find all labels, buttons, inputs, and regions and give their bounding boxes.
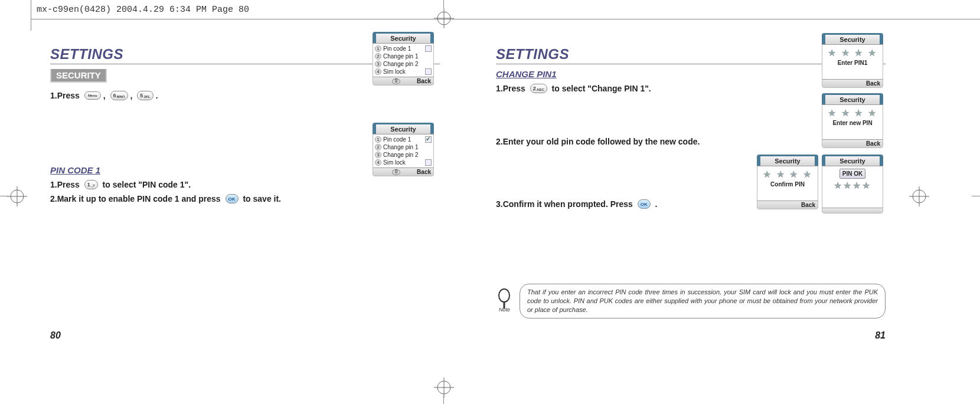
- step-text: .: [653, 199, 658, 209]
- list-item: 4Sim lock: [375, 159, 432, 166]
- phone-message: Enter new PIN: [824, 120, 881, 126]
- section-label-security: SECURITY: [50, 69, 107, 83]
- step-text: ,: [130, 91, 135, 100]
- step-text: 2.Mark it up to enable PIN code 1 and pr…: [50, 194, 223, 203]
- phone-screenshot-security-list-selected: Security 1Pin code 1 2Change pin 1 3Chan…: [373, 123, 434, 176]
- key-6-icon: 6MNO: [110, 91, 128, 100]
- key-2-icon: 2ABC: [530, 84, 547, 93]
- trim-mark: [443, 0, 444, 8]
- step-press-6-5: 1.Press Menu , 6MNO , 5JKL .: [50, 91, 440, 100]
- stars-icon: ★ ★ ★ ★: [824, 107, 881, 119]
- trim-mark: [972, 196, 980, 196]
- ok-key-icon: OK: [226, 194, 239, 203]
- phone-screenshot-pin-ok: Security PIN OK ★★★★: [822, 155, 883, 214]
- step-text: to select "PIN code 1".: [100, 180, 191, 189]
- page-80: SETTINGS SECURITY 1.Press Menu , 6MNO , …: [50, 46, 440, 341]
- note-text: That if you enter an incorrect PIN code …: [520, 284, 886, 318]
- step-text: 1.Press: [50, 180, 82, 189]
- phone-message: Confirm PIN: [759, 181, 816, 188]
- header-rule: [31, 19, 980, 19]
- phone-screenshot-enter-pin1: Security ★ ★ ★ ★ Enter PIN1 Back: [822, 33, 883, 88]
- phone-title: Security: [822, 93, 883, 105]
- svg-point-12: [499, 289, 509, 302]
- nav-updown-icon: [392, 169, 400, 175]
- softkey-back: Back: [801, 202, 815, 208]
- pin-ok-badge: PIN OK: [839, 169, 865, 179]
- menu-key-icon: Menu: [84, 91, 101, 100]
- registration-mark-icon: [7, 186, 27, 206]
- phone-title: Security: [373, 32, 434, 44]
- registration-mark-icon: [434, 377, 454, 398]
- phone-screenshot-security-list: Security 1Pin code 1 2Change pin 1 3Chan…: [373, 32, 434, 86]
- step-text: .: [156, 91, 158, 100]
- list-item: 1Pin code 1: [375, 45, 432, 52]
- key-5-icon: 5JKL: [137, 91, 153, 100]
- step-text: 1.Press: [50, 91, 82, 100]
- stars-icon: ★★★★: [825, 180, 880, 191]
- stars-icon: ★ ★ ★ ★: [759, 169, 816, 180]
- step-text: to save it.: [241, 194, 281, 203]
- phone-message: Enter PIN1: [824, 60, 881, 66]
- ok-key-icon: OK: [638, 199, 651, 209]
- phone-screenshot-confirm-pin: Security ★ ★ ★ ★ Confirm PIN Back: [757, 155, 818, 209]
- list-item: 3Change pin 2: [375, 60, 432, 68]
- magnifier-note-icon: Note: [496, 288, 512, 314]
- step-enable-pin1: 2.Mark it up to enable PIN code 1 and pr…: [50, 194, 440, 203]
- softkey-back: Back: [417, 169, 431, 175]
- registration-mark-icon: [909, 186, 929, 206]
- softkey-back: Back: [866, 140, 880, 147]
- page-number: 81: [875, 330, 886, 341]
- step-text: to select "Change PIN 1".: [550, 84, 651, 93]
- step-text: ,: [103, 91, 108, 100]
- key-1-icon: 1.,?: [84, 180, 98, 189]
- step-text: 2.Enter your old pin code followed by th…: [496, 137, 700, 146]
- nav-updown-icon: [392, 78, 400, 84]
- phone-screenshot-enter-new-pin: Security ★ ★ ★ ★ Enter new PIN Back: [822, 93, 883, 148]
- list-item: 2Change pin 1: [375, 143, 432, 151]
- print-slug: mx-c99en(0428) 2004.4.29 6:34 PM Page 80: [37, 5, 249, 15]
- softkey-back: Back: [417, 78, 431, 84]
- list-item: 2Change pin 1: [375, 52, 432, 60]
- phone-title: Security: [822, 33, 883, 45]
- page-number: 80: [50, 330, 61, 341]
- svg-text:Note: Note: [499, 307, 510, 312]
- registration-mark-icon: [434, 8, 454, 28]
- list-item: 4Sim lock: [375, 68, 432, 75]
- stars-icon: ★ ★ ★ ★: [824, 47, 881, 58]
- note: Note That if you enter an incorrect PIN …: [496, 284, 886, 318]
- step-text: 3.Confirm it when prompted. Press: [496, 199, 635, 209]
- step-select-pin1: 1.Press 1.,? to select "PIN code 1".: [50, 180, 440, 189]
- softkey-back: Back: [866, 80, 880, 87]
- page-81: SETTINGS CHANGE PIN1 1.Press 2ABC to sel…: [496, 46, 886, 341]
- phone-title: Security: [757, 155, 818, 166]
- list-item: 1Pin code 1: [375, 136, 432, 143]
- phone-title: Security: [822, 155, 883, 166]
- phone-title: Security: [373, 123, 434, 134]
- list-item: 3Change pin 2: [375, 151, 432, 159]
- step-text: 1.Press: [496, 84, 528, 93]
- crop-line: [31, 0, 31, 31]
